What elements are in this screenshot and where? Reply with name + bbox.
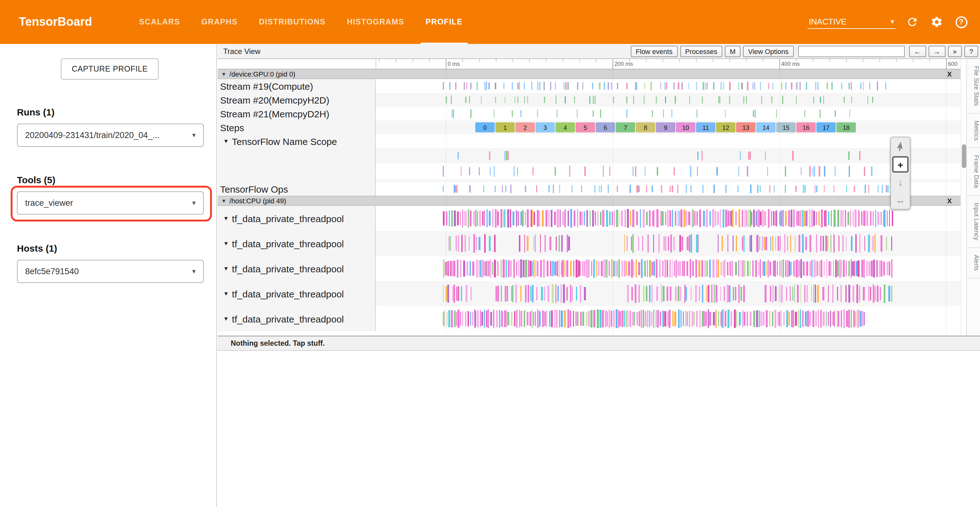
collapse-icon[interactable]: ▼ [223, 290, 229, 297]
row-label-gutter [218, 179, 375, 182]
row-label[interactable]: Stream #21(MemcpyD2H) [219, 108, 329, 119]
header-actions: INACTIVE ▾ ? [808, 0, 969, 44]
tab-histograms[interactable]: HISTOGRAMS [336, 0, 415, 44]
toolbar-button-flow-events[interactable]: Flow events [631, 46, 678, 57]
step-block[interactable]: 18 [837, 122, 856, 132]
step-block[interactable]: 7 [616, 122, 635, 132]
collapse-icon[interactable]: ▼ [221, 71, 226, 77]
vertical-scrollbar[interactable] [961, 59, 966, 336]
toolbar-button-view-options[interactable]: View Options [743, 46, 794, 57]
tab-profile[interactable]: PROFILE [415, 0, 473, 44]
selection-message: Nothing selected. Tap stuff. [231, 340, 325, 347]
row-label[interactable]: tf_data_private_threadpool [232, 263, 344, 274]
timeline-ruler[interactable] [218, 59, 961, 69]
trace-marks-canvas[interactable] [375, 306, 961, 331]
scrollbar-thumb[interactable] [962, 144, 966, 168]
chevrons-button[interactable]: » [948, 46, 962, 57]
timeline-ruler-canvas[interactable] [375, 59, 961, 69]
step-block[interactable]: 14 [756, 122, 776, 132]
strip-tab-input-latency[interactable]: Input Latency [967, 196, 980, 248]
trace-marks-canvas[interactable] [375, 256, 961, 281]
trace-marks-canvas[interactable] [375, 107, 961, 121]
collapse-icon[interactable]: ▼ [223, 240, 229, 247]
row-label[interactable]: tf_data_private_threadpool [232, 288, 344, 299]
selection-message-bar: Nothing selected. Tap stuff. [218, 336, 980, 351]
tab-graphs[interactable]: GRAPHS [191, 0, 248, 44]
row-label[interactable]: tf_data_private_threadpool [232, 238, 344, 249]
selection-tool[interactable] [892, 139, 908, 155]
step-block[interactable]: 3 [535, 122, 555, 132]
collapse-icon[interactable]: ▼ [223, 316, 229, 322]
gpu-section-header[interactable]: ▼/device:GPU:0 (pid 0)X [218, 69, 961, 79]
step-block[interactable]: 17 [816, 122, 836, 132]
step-block[interactable]: 6 [596, 122, 615, 132]
toolbar-button-processes[interactable]: Processes [680, 46, 722, 57]
step-block[interactable]: 4 [555, 122, 575, 132]
collapse-icon[interactable]: ▼ [221, 198, 226, 204]
pan-tool[interactable]: + [892, 156, 908, 172]
cpu-section-header[interactable]: ▼/host:CPU (pid 49)X [218, 196, 961, 206]
row-track [375, 206, 961, 231]
step-block[interactable]: 13 [736, 122, 756, 132]
refresh-icon[interactable] [905, 14, 920, 29]
help-button[interactable]: ? [964, 46, 978, 57]
strip-tab-file-size-stats[interactable]: File Size Stats [967, 59, 980, 113]
row-track [375, 256, 961, 281]
trace-search-input[interactable] [798, 46, 905, 57]
arrow-left-button[interactable]: ← [909, 46, 926, 57]
step-block[interactable]: 9 [656, 122, 675, 132]
step-block[interactable]: 2 [515, 122, 535, 132]
row-label[interactable]: Stream #19(Compute) [219, 81, 313, 91]
caret-down-icon: ▾ [192, 267, 196, 276]
settings-gear-icon[interactable] [929, 14, 944, 29]
zoom-tool[interactable]: ↓ [892, 174, 908, 190]
tools-select[interactable]: trace_viewer ▾ [17, 191, 204, 215]
strip-tab-frame-data[interactable]: Frame Data [967, 148, 980, 196]
hosts-select[interactable]: 8efc5e791540 ▾ [17, 260, 204, 283]
arrow-right-button[interactable]: → [929, 46, 945, 57]
trace-marks-canvas[interactable] [375, 231, 961, 256]
timing-tool[interactable]: ↔ [892, 191, 908, 208]
strip-tab-metrics[interactable]: Metrics [967, 113, 980, 148]
row-label[interactable]: TensorFlow Ops [219, 183, 288, 194]
trace-marks-canvas[interactable] [375, 93, 961, 107]
gpu-close-button[interactable]: X [947, 70, 952, 78]
help-icon[interactable]: ? [954, 14, 969, 29]
trace-marks-canvas[interactable] [375, 281, 961, 306]
trace-marks-canvas[interactable] [375, 148, 961, 163]
step-block[interactable]: 1 [495, 122, 515, 132]
step-block[interactable]: 5 [576, 122, 595, 132]
row-label[interactable]: TensorFlow Name Scope [232, 136, 337, 147]
cpu-close-button[interactable]: X [947, 197, 952, 204]
trace-marks-canvas[interactable] [375, 163, 961, 179]
row-track [375, 107, 961, 121]
runs-select[interactable]: 20200409-231431/train/2020_04_... ▾ [17, 124, 204, 147]
step-block[interactable]: 0 [475, 122, 495, 132]
row-label-gutter: ▼TensorFlow Name Scope [218, 134, 375, 148]
toolbar-button-m[interactable]: M [725, 46, 740, 57]
row-label[interactable]: tf_data_private_threadpool [232, 313, 344, 324]
capture-profile-button[interactable]: CAPTURE PROFILE [61, 58, 159, 80]
collapse-icon[interactable]: ▼ [223, 265, 229, 272]
step-block[interactable]: 11 [696, 122, 715, 132]
trace-marks-canvas[interactable] [375, 206, 961, 231]
step-block[interactable]: 16 [796, 122, 816, 132]
app-root: TensorBoard SCALARSGRAPHSDISTRIBUTIONSHI… [0, 0, 980, 507]
row-label[interactable]: tf_data_private_threadpool [232, 213, 344, 224]
row-label[interactable]: Stream #20(MemcpyH2D) [219, 94, 329, 105]
trace-marks-canvas[interactable] [375, 79, 961, 93]
step-block[interactable]: 12 [716, 122, 735, 132]
step-block[interactable]: 10 [676, 122, 695, 132]
collapse-icon[interactable]: ▼ [223, 215, 229, 222]
row-label[interactable]: Steps [219, 122, 244, 133]
trace-marks-canvas[interactable] [375, 182, 961, 196]
status-dropdown[interactable]: INACTIVE ▾ [808, 15, 896, 29]
step-block[interactable]: 15 [776, 122, 795, 132]
step-block[interactable]: 8 [636, 122, 655, 132]
app-header: TensorBoard SCALARSGRAPHSDISTRIBUTIONSHI… [0, 0, 980, 44]
tab-scalars[interactable]: SCALARS [129, 0, 191, 44]
tab-distributions[interactable]: DISTRIBUTIONS [248, 0, 336, 44]
collapse-icon[interactable]: ▼ [223, 138, 229, 144]
row-track [375, 148, 961, 163]
strip-tab-alerts[interactable]: Alerts [967, 248, 980, 278]
